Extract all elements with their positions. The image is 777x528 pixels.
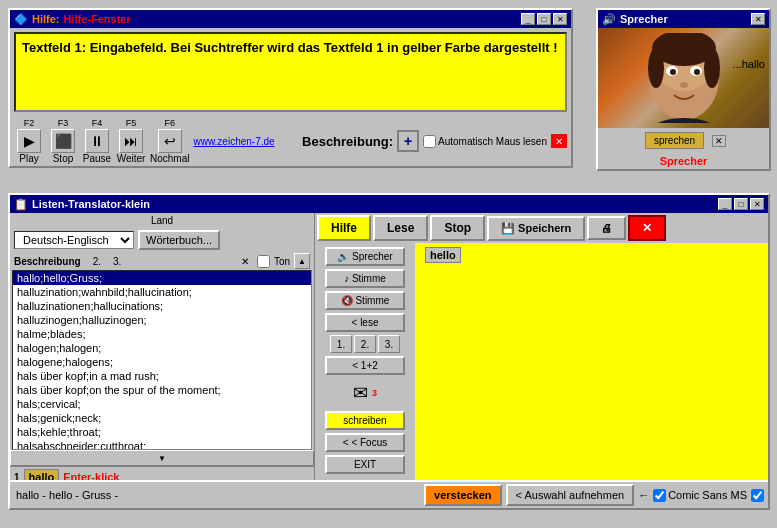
- trans-close-red-btn[interactable]: ✕: [628, 215, 666, 241]
- list-item[interactable]: hals;kehle;throat;: [13, 425, 311, 439]
- translator-title-text: 📋 Listen-Translator-klein: [14, 198, 150, 211]
- help-minimize-btn[interactable]: _: [521, 13, 535, 25]
- verstecken-btn[interactable]: verstecken: [424, 484, 502, 506]
- help-title-bar: 🔷 Hilfe: Hilfe-Fenster _ □ ✕: [10, 10, 571, 28]
- weiter-icon: ⏭: [119, 129, 143, 153]
- stop-label: Stop: [53, 153, 74, 164]
- list-item[interactable]: hallo;hello;Gruss;: [13, 271, 311, 285]
- speaker-title-text: 🔊 Sprecher: [602, 13, 668, 26]
- schreiben-btn[interactable]: schreiben: [325, 411, 405, 430]
- lese-btn[interactable]: Lese: [373, 215, 428, 241]
- num3-btn[interactable]: 3.: [378, 335, 400, 353]
- weiter-btn[interactable]: F5 ⏭ Weiter: [116, 118, 146, 164]
- help-window: 🔷 Hilfe: Hilfe-Fenster _ □ ✕ Textfeld 1:…: [8, 8, 573, 168]
- list-item[interactable]: halluzinogen;halluzinogen;: [13, 313, 311, 327]
- trans-maximize-btn[interactable]: □: [734, 198, 748, 210]
- lese12-btn[interactable]: < 1+2: [325, 356, 405, 375]
- help-close-btn[interactable]: ✕: [553, 13, 567, 25]
- auswahl-btn[interactable]: < Auswahl aufnehmen: [506, 484, 635, 506]
- list-item[interactable]: halluzination;wahnbild;hallucination;: [13, 285, 311, 299]
- svg-point-9: [680, 82, 688, 88]
- translator-icon: 📋: [14, 198, 28, 211]
- font-checkbox2[interactable]: [751, 489, 764, 502]
- list-item[interactable]: halogene;halogens;: [13, 355, 311, 369]
- trans-minimize-btn[interactable]: _: [718, 198, 732, 210]
- list-item[interactable]: halluzinationen;hallucinations;: [13, 299, 311, 313]
- scroll-up-btn[interactable]: ▲: [294, 253, 310, 269]
- list-area[interactable]: hallo;hello;Gruss;halluzination;wahnbild…: [12, 270, 312, 450]
- f2-key: F2: [24, 118, 35, 128]
- printer-icon: 🖨: [601, 222, 612, 234]
- hello-badge: hello: [425, 247, 461, 263]
- list-item[interactable]: hals;genick;neck;: [13, 411, 311, 425]
- help-toolbar: F2 ▶ Play F3 ⬛ Stop F4 ⏸ Pause F5 ⏭ Weit…: [10, 116, 571, 166]
- play-label: Play: [19, 153, 38, 164]
- help-maximize-btn[interactable]: □: [537, 13, 551, 25]
- list-item[interactable]: halogen;halogen;: [13, 341, 311, 355]
- help-text-area: Textfeld 1: Eingabefeld. Bei Suchtreffer…: [14, 32, 567, 112]
- comic-checkbox[interactable]: [653, 489, 666, 502]
- scroll-down-btn[interactable]: ▼: [10, 450, 314, 466]
- lang-row: Land: [10, 213, 314, 228]
- speaker-label: Sprecher: [598, 153, 769, 169]
- top-buttons-row: Hilfe Lese Stop 💾 Speichern 🖨 ✕: [315, 213, 768, 243]
- lang-select[interactable]: Deutsch-Englisch: [14, 231, 134, 249]
- stop-btn[interactable]: F3 ⬛ Stop: [48, 118, 78, 164]
- sprecher-center-btn[interactable]: 🔊 Sprecher: [325, 247, 405, 266]
- pause-label: Pause: [83, 153, 111, 164]
- f3-key: F3: [58, 118, 69, 128]
- auto-check-label: Automatisch Maus lesen: [438, 136, 547, 147]
- plus-btn[interactable]: +: [397, 130, 419, 152]
- hilfe-btn[interactable]: Hilfe: [317, 215, 371, 241]
- help-toolbar-close[interactable]: ✕: [551, 134, 567, 148]
- website-link[interactable]: www.zeichen-7.de: [193, 136, 274, 147]
- speaker-close-btn[interactable]: ✕: [751, 13, 765, 25]
- stop-btn[interactable]: Stop: [430, 215, 485, 241]
- nochmal-btn[interactable]: F6 ↩ Nochmal: [150, 118, 189, 164]
- mail-icon: ✉: [353, 382, 368, 404]
- print-btn[interactable]: 🖨: [587, 216, 626, 240]
- status-bar: hallo - hello - Gruss - verstecken < Aus…: [10, 480, 768, 508]
- play-btn[interactable]: F2 ▶ Play: [14, 118, 44, 164]
- speaker-x-btn[interactable]: ✕: [712, 135, 726, 147]
- speaker-title-bar: 🔊 Sprecher ✕: [598, 10, 769, 28]
- num2-btn[interactable]: 2.: [354, 335, 376, 353]
- yellow-area: hello: [415, 243, 768, 508]
- col3-header: 3.: [113, 256, 121, 267]
- focus-btn[interactable]: < < Focus: [325, 433, 405, 452]
- ton-check[interactable]: [257, 255, 270, 268]
- middle-area: 🔊 Sprecher ♪ Stimme 🔇 Stimme < lese 1. 2…: [315, 243, 768, 508]
- list-item[interactable]: halme;blades;: [13, 327, 311, 341]
- speaker-window: 🔊 Sprecher ✕ ...hallo: [596, 8, 771, 171]
- pause-icon: ⏸: [85, 129, 109, 153]
- beschreibung-label: Beschreibung:: [302, 134, 393, 149]
- font-name-label: Comic Sans MS: [668, 489, 747, 501]
- translator-title-controls: _ □ ✕: [718, 198, 764, 210]
- auto-checkbox[interactable]: [423, 135, 436, 148]
- ton-label: Ton: [274, 256, 290, 267]
- exit-btn[interactable]: EXIT: [325, 455, 405, 474]
- lese1-btn[interactable]: < lese: [325, 313, 405, 332]
- lese12-label: 1+2: [361, 360, 378, 371]
- center-buttons: 🔊 Sprecher ♪ Stimme 🔇 Stimme < lese 1. 2…: [315, 243, 415, 508]
- list-item[interactable]: hals;cervical;: [13, 397, 311, 411]
- speaker-face: ...hallo: [598, 28, 769, 128]
- col2-header: 2.: [93, 256, 101, 267]
- list-item[interactable]: hals über kopf;in a mad rush;: [13, 369, 311, 383]
- speichern-btn[interactable]: 💾 Speichern: [487, 216, 585, 241]
- sprechen-btn[interactable]: sprechen: [645, 132, 704, 149]
- pause-btn[interactable]: F4 ⏸ Pause: [82, 118, 112, 164]
- music-icon: ♪: [344, 273, 349, 284]
- sprecher-icon2: 🔊: [337, 251, 349, 262]
- help-title-text: 🔷 Hilfe: Hilfe-Fenster: [14, 13, 131, 26]
- list-item[interactable]: hals über kopf;on the spur of the moment…: [13, 383, 311, 397]
- svg-point-8: [694, 69, 700, 75]
- woerterbuch-btn[interactable]: Wörterbuch...: [138, 230, 220, 250]
- stimme1-btn[interactable]: ♪ Stimme: [325, 269, 405, 288]
- num1-btn[interactable]: 1.: [330, 335, 352, 353]
- stimme2-btn[interactable]: 🔇 Stimme: [325, 291, 405, 310]
- trans-close-btn[interactable]: ✕: [750, 198, 764, 210]
- speaker-title-label: Sprecher: [620, 13, 668, 25]
- hallo-text: ...hallo: [733, 58, 765, 70]
- list-item[interactable]: halsabschneider;cutthroat;: [13, 439, 311, 450]
